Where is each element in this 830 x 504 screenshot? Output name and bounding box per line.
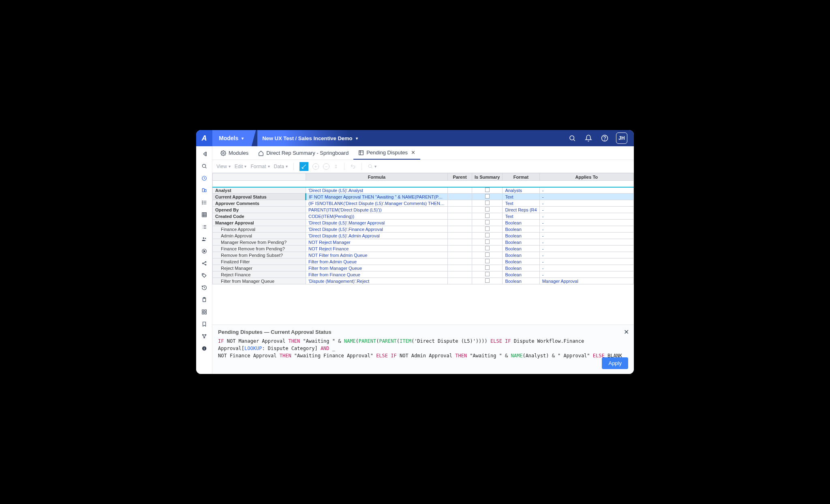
parent-cell[interactable] (448, 265, 472, 271)
user-avatar[interactable]: JH (616, 132, 627, 144)
summary-cell[interactable] (472, 194, 503, 200)
parent-cell[interactable] (448, 213, 472, 220)
parent-cell[interactable] (448, 258, 472, 265)
checkbox[interactable] (485, 188, 490, 192)
blueprint-button[interactable] (299, 162, 308, 171)
format-cell[interactable]: Analysts (503, 187, 539, 194)
formula-cell[interactable]: Filter from Admin Queue (306, 258, 448, 265)
format-cell[interactable]: Boolean (503, 252, 539, 258)
breadcrumb[interactable]: New UX Test / Sales Incentive Demo ▾ (257, 135, 357, 141)
row-label[interactable]: Approver Comments (213, 200, 306, 207)
search-rail-icon[interactable] (199, 161, 210, 171)
format-menu[interactable]: Format▾ (250, 164, 270, 169)
formula-cell[interactable]: Filter from Finance Queue (306, 271, 448, 278)
checkbox[interactable] (485, 226, 490, 231)
row-label[interactable]: Reject Finance (213, 271, 306, 278)
checkbox[interactable] (485, 246, 490, 250)
row-label[interactable]: Remove from Pending Subset? (213, 252, 306, 258)
parent-cell[interactable] (448, 233, 472, 239)
applies-cell[interactable]: - (539, 207, 633, 213)
formula-body[interactable]: IF NOT Manager Approval THEN "Awaiting "… (218, 337, 628, 370)
formula-cell[interactable]: (IF ISNOTBLANK('Direct Dispute (L5)'.Man… (306, 200, 448, 207)
table-row[interactable]: Manager Approval'Direct Dispute (L5)'.Ma… (213, 220, 634, 226)
format-cell[interactable]: Text (503, 213, 539, 220)
summary-cell[interactable] (472, 200, 503, 207)
apply-button[interactable]: Apply (602, 357, 628, 369)
collapse-icon[interactable] (199, 149, 210, 159)
parent-cell[interactable] (448, 200, 472, 207)
col-format[interactable]: Format (503, 173, 539, 181)
bookmark-icon[interactable] (199, 319, 210, 329)
close-icon[interactable]: ✕ (624, 328, 629, 336)
table-row[interactable]: Approver Comments(IF ISNOTBLANK('Direct … (213, 200, 634, 207)
summary-cell[interactable] (472, 207, 503, 213)
table-row[interactable]: Filter from Manager Queue'Dispute (Manag… (213, 278, 634, 284)
tag-icon[interactable] (199, 270, 210, 281)
models-dropdown[interactable]: Models ▾ (212, 130, 250, 146)
parent-cell[interactable] (448, 252, 472, 258)
help-icon[interactable] (600, 133, 610, 143)
formula-cell[interactable]: IF NOT Manager Approval THEN "Awaiting "… (306, 194, 448, 200)
table-row[interactable]: Analyst'Direct Dispute (L5)'.AnalystAnal… (213, 187, 634, 194)
applies-cell[interactable]: - (539, 233, 633, 239)
parent-cell[interactable] (448, 246, 472, 252)
undo-icon[interactable] (350, 164, 356, 169)
parent-cell[interactable] (448, 278, 472, 284)
format-cell[interactable]: Boolean (503, 265, 539, 271)
checkbox[interactable] (485, 239, 490, 244)
format-cell[interactable]: Boolean (503, 233, 539, 239)
applies-cell[interactable]: - (539, 252, 633, 258)
summary-cell[interactable] (472, 187, 503, 194)
format-cell[interactable]: Boolean (503, 239, 539, 246)
parent-cell[interactable] (448, 239, 472, 246)
summary-cell[interactable] (472, 252, 503, 258)
format-cell[interactable]: Boolean (503, 258, 539, 265)
formula-cell[interactable]: NOT Filter from Admin Queue (306, 252, 448, 258)
row-label[interactable]: Finance Remove from Pending? (213, 246, 306, 252)
checkbox[interactable] (485, 220, 490, 224)
table-row[interactable]: Finance Approval'Direct Dispute (L5)'.Fi… (213, 226, 634, 233)
summary-cell[interactable] (472, 226, 503, 233)
checkbox[interactable] (485, 194, 490, 199)
row-label[interactable]: Finalized Filter (213, 258, 306, 265)
checkbox[interactable] (485, 272, 490, 276)
col-lineitem[interactable] (213, 173, 306, 181)
table-row[interactable]: Finance Remove from Pending?NOT Reject F… (213, 246, 634, 252)
formula-cell[interactable]: Filter from Manager Queue (306, 265, 448, 271)
applies-cell[interactable]: - (539, 194, 633, 200)
col-formula[interactable]: Formula (306, 173, 448, 181)
modules-tab[interactable]: Modules (216, 146, 253, 160)
info-icon[interactable] (199, 343, 210, 354)
format-cell[interactable]: Boolean (503, 246, 539, 252)
search-icon[interactable] (567, 133, 577, 143)
bullets-icon[interactable] (199, 222, 210, 232)
col-parent[interactable]: Parent (448, 173, 472, 181)
tab-direct-rep-summary[interactable]: Direct Rep Summary - Springboard (253, 146, 353, 160)
row-label[interactable]: Analyst (213, 187, 306, 194)
history-icon[interactable] (199, 282, 210, 293)
format-cell[interactable]: Direct Reps (R4 (503, 207, 539, 213)
parent-cell[interactable] (448, 271, 472, 278)
format-cell[interactable]: Boolean (503, 220, 539, 226)
parent-cell[interactable] (448, 194, 472, 200)
formula-cell[interactable]: CODE(ITEM(Pending)) (306, 213, 448, 220)
row-label[interactable]: Manager Remove from Pending? (213, 239, 306, 246)
summary-cell[interactable] (472, 278, 503, 284)
sort-icon[interactable] (334, 164, 338, 169)
applies-cell[interactable]: - (539, 200, 633, 207)
bell-icon[interactable] (584, 133, 593, 143)
formula-cell[interactable]: NOT Reject Finance (306, 246, 448, 252)
search-tool-icon[interactable]: ▾ (368, 164, 376, 169)
close-icon[interactable]: ✕ (411, 149, 415, 156)
summary-cell[interactable] (472, 233, 503, 239)
applies-cell[interactable]: - (539, 226, 633, 233)
formula-cell[interactable]: 'Direct Dispute (L5)'.Admin Approval (306, 233, 448, 239)
parent-cell[interactable] (448, 187, 472, 194)
checkbox[interactable] (485, 214, 490, 218)
summary-cell[interactable] (472, 213, 503, 220)
formula-cell[interactable]: NOT Reject Manager (306, 239, 448, 246)
format-cell[interactable]: Text (503, 200, 539, 207)
checkbox[interactable] (485, 201, 490, 205)
summary-cell[interactable] (472, 239, 503, 246)
col-applies[interactable]: Applies To (539, 173, 633, 181)
